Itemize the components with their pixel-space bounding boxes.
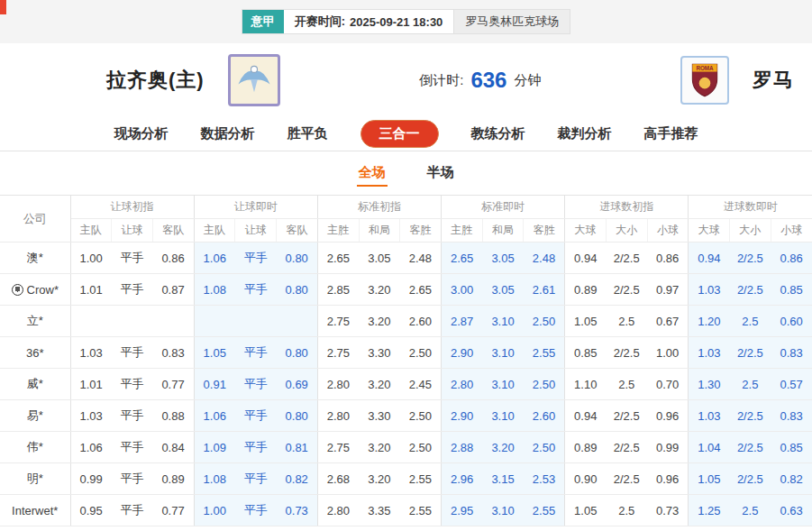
sub-header: 客队 xyxy=(152,219,194,243)
table-row: Crow*1.01平手0.871.08平手0.802.853.202.653.0… xyxy=(0,274,812,306)
odds-cell[interactable]: 平手 xyxy=(235,495,277,526)
odds-cell[interactable]: 0.63 xyxy=(771,495,812,526)
subtab-2[interactable]: 半场 xyxy=(425,160,456,187)
odds-cell[interactable]: 1.06 xyxy=(194,400,235,432)
odds-cell[interactable]: 0.94 xyxy=(689,243,730,274)
sub-header: 主队 xyxy=(194,219,235,243)
odds-cell[interactable]: 2.61 xyxy=(524,274,565,306)
odds-cell[interactable]: 3.15 xyxy=(482,463,524,495)
odds-cell[interactable]: 0.80 xyxy=(277,243,318,274)
nav-item-5[interactable]: 教练分析 xyxy=(471,125,525,142)
odds-cell[interactable]: 3.20 xyxy=(482,432,524,463)
odds-cell[interactable]: 2.80 xyxy=(441,369,482,400)
odds-cell[interactable]: 1.05 xyxy=(194,337,235,369)
odds-cell[interactable]: 平手 xyxy=(235,432,277,463)
odds-cell[interactable]: 平手 xyxy=(235,463,277,495)
odds-cell[interactable]: 1.20 xyxy=(689,306,730,337)
odds-cell[interactable]: 0.69 xyxy=(277,369,318,400)
odds-cell[interactable]: 0.83 xyxy=(771,400,812,432)
odds-cell[interactable]: 2/2.5 xyxy=(730,463,771,495)
odds-cell[interactable]: 2.95 xyxy=(441,495,482,526)
odds-cell[interactable]: 1.04 xyxy=(689,432,730,463)
nav-item-3[interactable]: 胜平负 xyxy=(287,125,328,142)
odds-cell[interactable]: 2.90 xyxy=(441,400,482,432)
odds-cell[interactable]: 2.53 xyxy=(524,463,565,495)
odds-cell[interactable]: 2.48 xyxy=(524,243,565,274)
odds-cell[interactable]: 1.06 xyxy=(194,243,235,274)
odds-cell: 1.10 xyxy=(565,369,607,400)
odds-cell[interactable]: 0.82 xyxy=(277,463,318,495)
odds-cell[interactable]: 3.00 xyxy=(441,274,482,306)
nav-item-6[interactable]: 裁判分析 xyxy=(558,125,612,142)
odds-cell[interactable]: 3.05 xyxy=(482,243,524,274)
odds-cell[interactable]: 0.73 xyxy=(277,495,318,526)
odds-cell[interactable]: 2.50 xyxy=(524,369,565,400)
odds-cell[interactable]: 0.57 xyxy=(771,369,812,400)
odds-cell[interactable]: 0.82 xyxy=(771,463,812,495)
odds-cell[interactable]: 0.83 xyxy=(771,337,812,369)
odds-cell[interactable]: 平手 xyxy=(235,274,277,306)
odds-cell[interactable]: 3.10 xyxy=(482,306,524,337)
odds-cell[interactable]: 1.25 xyxy=(689,495,730,526)
odds-cell[interactable]: 1.08 xyxy=(194,463,235,495)
odds-cell[interactable]: 2/2.5 xyxy=(730,243,771,274)
odds-cell[interactable]: 2.50 xyxy=(524,306,565,337)
odds-cell[interactable]: 0.80 xyxy=(277,274,318,306)
odds-cell[interactable]: 2.5 xyxy=(730,495,771,526)
odds-cell[interactable]: 2.5 xyxy=(730,369,771,400)
odds-cell[interactable]: 0.81 xyxy=(277,432,318,463)
odds-cell[interactable]: 2.55 xyxy=(524,337,565,369)
odds-cell: 2.50 xyxy=(400,400,442,432)
company-cell: 伟* xyxy=(0,432,70,463)
odds-cell[interactable]: 平手 xyxy=(235,400,277,432)
odds-cell[interactable]: 3.10 xyxy=(482,337,524,369)
odds-cell[interactable]: 平手 xyxy=(235,243,277,274)
odds-cell[interactable]: 1.09 xyxy=(194,432,235,463)
nav-item-1[interactable]: 现场分析 xyxy=(114,125,169,142)
odds-cell[interactable]: 2/2.5 xyxy=(730,337,771,369)
odds-cell[interactable]: 2/2.5 xyxy=(730,400,771,432)
odds-cell[interactable]: 1.03 xyxy=(689,337,730,369)
odds-cell: 2.75 xyxy=(317,306,359,337)
odds-cell[interactable]: 2.60 xyxy=(524,400,565,432)
odds-cell[interactable]: 0.85 xyxy=(771,274,812,306)
odds-cell[interactable]: 1.08 xyxy=(194,274,235,306)
subtab-1[interactable]: 全场 xyxy=(357,160,388,187)
odds-cell[interactable]: 0.80 xyxy=(277,400,318,432)
odds-cell[interactable]: 2.65 xyxy=(441,243,482,274)
odds-cell[interactable]: 0.80 xyxy=(277,337,318,369)
odds-cell[interactable]: 0.85 xyxy=(771,432,812,463)
nav-item-7[interactable]: 高手推荐 xyxy=(644,125,698,142)
odds-cell[interactable]: 2/2.5 xyxy=(730,274,771,306)
company-cell: 明* xyxy=(0,463,70,495)
odds-cell[interactable]: 平手 xyxy=(235,369,277,400)
odds-cell[interactable]: 0.60 xyxy=(771,306,812,337)
odds-cell[interactable]: 平手 xyxy=(235,337,277,369)
nav-item-2[interactable]: 数据分析 xyxy=(201,125,255,142)
odds-cell[interactable]: 3.10 xyxy=(482,369,524,400)
odds-cell: 2.5 xyxy=(606,306,647,337)
odds-cell[interactable]: 1.03 xyxy=(689,274,730,306)
odds-cell[interactable]: 2.5 xyxy=(730,306,771,337)
odds-cell[interactable]: 0.86 xyxy=(771,243,812,274)
odds-cell[interactable]: 1.30 xyxy=(689,369,730,400)
odds-cell[interactable]: 2.87 xyxy=(441,306,482,337)
table-row: 易*1.03平手0.881.06平手0.802.803.302.502.903.… xyxy=(0,400,812,432)
odds-cell[interactable]: 2.90 xyxy=(441,337,482,369)
odds-cell[interactable]: 1.03 xyxy=(689,400,730,432)
odds-cell[interactable]: 2/2.5 xyxy=(730,432,771,463)
odds-cell[interactable]: 3.10 xyxy=(482,400,524,432)
odds-cell[interactable]: 2.55 xyxy=(524,495,565,526)
odds-cell[interactable]: 2.50 xyxy=(524,432,565,463)
odds-cell[interactable]: 1.00 xyxy=(194,495,235,526)
odds-cell[interactable]: 1.05 xyxy=(689,463,730,495)
table-row: 威*1.01平手0.770.91平手0.692.803.202.452.803.… xyxy=(0,369,812,400)
odds-cell: 1.00 xyxy=(70,243,112,274)
odds-cell[interactable]: 2.88 xyxy=(441,432,482,463)
odds-cell[interactable]: 3.10 xyxy=(482,495,524,526)
odds-cell[interactable]: 3.05 xyxy=(482,274,524,306)
odds-cell[interactable]: 2.96 xyxy=(441,463,482,495)
nav-item-4[interactable]: 三合一 xyxy=(360,120,439,148)
table-row: 明*0.99平手0.891.08平手0.822.683.202.552.963.… xyxy=(0,463,812,495)
odds-cell[interactable]: 0.91 xyxy=(194,369,235,400)
